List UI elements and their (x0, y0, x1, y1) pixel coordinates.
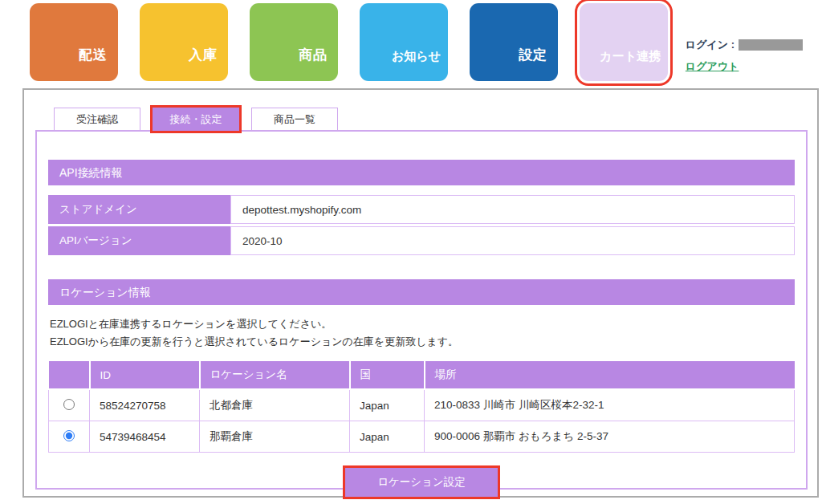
location-id: 58524270758 (90, 389, 200, 421)
location-description: EZLOGIと在庫連携するロケーションを選択してください。EZLOGIから在庫の… (50, 315, 795, 351)
location-table-header (49, 361, 90, 389)
api-row-value: 2020-10 (230, 226, 795, 255)
location-id: 54739468454 (90, 421, 200, 453)
logout-link[interactable]: ログアウト (686, 59, 739, 74)
login-label: ログイン : (686, 38, 735, 52)
tab-product-list[interactable]: 商品一覧 (251, 108, 338, 131)
api-section-header: API接続情報 (48, 160, 795, 185)
tab-bar: 受注確認接続・設定商品一覧 (54, 108, 817, 131)
location-table-header: 場所 (425, 361, 795, 389)
nav-button-products[interactable]: 商品 (250, 3, 338, 81)
api-row-label: APIバージョン (48, 226, 230, 255)
nav-button-news[interactable]: お知らせ (360, 3, 448, 81)
location-table-header: ロケーション名 (200, 361, 350, 389)
location-name: 北都倉庫 (200, 389, 350, 421)
nav-button-cart-integration[interactable]: カート連携 (580, 3, 668, 81)
login-username-redacted (739, 39, 803, 51)
location-row: 58524270758北都倉庫Japan210-0833 川崎市 川崎区桜本2-… (49, 389, 795, 421)
location-radio-cell (49, 389, 90, 421)
location-country: Japan (350, 421, 425, 453)
location-description-line: EZLOGIと在庫連携するロケーションを選択してください。 (50, 315, 795, 333)
location-radio[interactable] (63, 399, 75, 410)
api-row-label: ストアドメイン (48, 195, 230, 224)
api-info-row: APIバージョン2020-10 (48, 226, 795, 255)
submit-row: ロケーション設定 (48, 468, 795, 497)
tab-order-check[interactable]: 受注確認 (54, 108, 140, 131)
api-row-value: depottest.myshopify.com (230, 195, 795, 224)
login-box: ログイン : ログアウト (686, 38, 803, 74)
location-radio[interactable] (63, 430, 75, 441)
location-row: 54739468454那覇倉庫Japan900-0006 那覇市 おもろまち 2… (49, 421, 795, 453)
location-table-header: ID (90, 361, 200, 389)
location-name: 那覇倉庫 (200, 421, 350, 453)
api-info-row: ストアドメインdepottest.myshopify.com (48, 195, 795, 224)
content-panel: 受注確認接続・設定商品一覧 API接続情報 ストアドメインdepottest.m… (22, 88, 819, 498)
nav-button-inbound[interactable]: 入庫 (140, 3, 228, 81)
location-description-line: EZLOGIから在庫の更新を行うと選択されているロケーションの在庫を更新致します… (50, 333, 795, 351)
cart-integration-panel: API接続情報 ストアドメインdepottest.myshopify.comAP… (35, 130, 808, 490)
location-address: 900-0006 那覇市 おもろまち 2-5-37 (425, 421, 795, 453)
location-section-header: ロケーション情報 (48, 279, 795, 305)
api-info-table: ストアドメインdepottest.myshopify.comAPIバージョン20… (48, 193, 795, 258)
top-nav: 配送入庫商品お知らせ設定カート連携 ログイン : ログアウト (0, 0, 822, 83)
location-table: IDロケーション名国場所 58524270758北都倉庫Japan210-083… (48, 361, 795, 453)
nav-buttons: 配送入庫商品お知らせ設定カート連携 (30, 3, 668, 83)
location-country: Japan (350, 389, 425, 421)
nav-button-delivery[interactable]: 配送 (30, 3, 118, 81)
location-address: 210-0833 川崎市 川崎区桜本2-32-1 (425, 389, 795, 421)
nav-button-settings[interactable]: 設定 (470, 3, 558, 81)
location-table-header: 国 (350, 361, 425, 389)
location-settings-button[interactable]: ロケーション設定 (345, 468, 498, 497)
tab-connection-settings[interactable]: 接続・設定 (153, 108, 239, 131)
location-radio-cell (49, 421, 90, 453)
